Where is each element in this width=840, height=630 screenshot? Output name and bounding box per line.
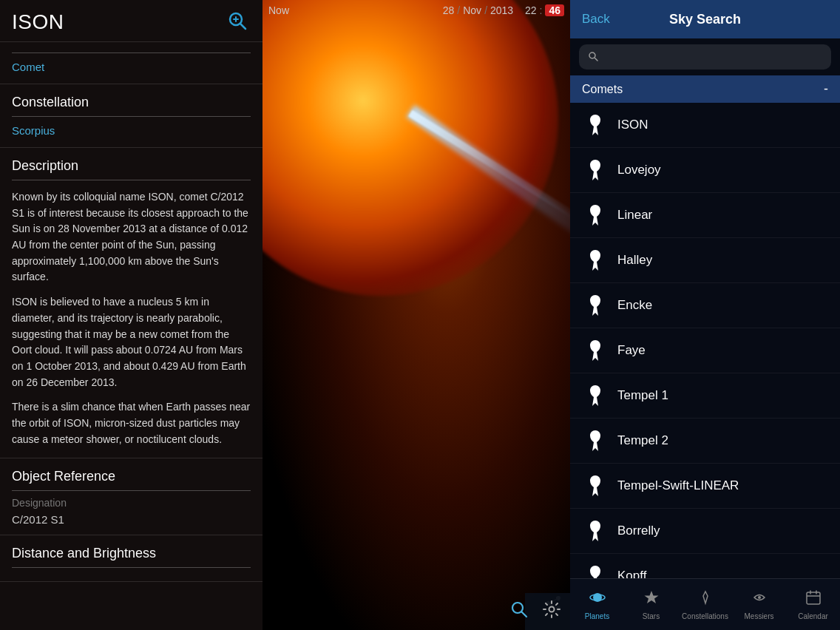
back-button[interactable]: Back	[582, 12, 610, 27]
description-text: Known by its colloquial name ISON, comet…	[12, 186, 251, 450]
nav-planets[interactable]: Planets	[570, 585, 624, 625]
comet-list: ISON Lovejoy Linear Halley	[570, 103, 840, 578]
settings-toolbar-icon[interactable]	[542, 600, 561, 623]
comet-name: Tempel-Swift-LINEAR	[617, 478, 739, 493]
bottom-nav: Planets Stars Constellations	[570, 578, 840, 630]
comet-icon	[582, 563, 609, 578]
day: 28	[443, 4, 455, 16]
category-name: Comets	[582, 83, 623, 96]
comet-name: Tempel 1	[617, 388, 668, 403]
comet-name: Tempel 2	[617, 433, 668, 448]
comet-name: Lovejoy	[617, 163, 661, 177]
time-colon: :	[540, 4, 543, 16]
nav-constellations[interactable]: Constellations	[678, 585, 732, 625]
divider5	[12, 567, 251, 568]
svg-line-5	[522, 612, 527, 617]
planets-icon	[589, 589, 606, 610]
hour: 22	[525, 4, 537, 16]
comet-icon	[582, 202, 609, 228]
nav-calendar-label: Calendar	[798, 612, 828, 620]
comet-item[interactable]: Kopff	[570, 554, 840, 578]
comet-item[interactable]: Lovejoy	[570, 148, 840, 193]
comet-item[interactable]: Tempel 2	[570, 419, 840, 464]
comet-item[interactable]: Faye	[570, 328, 840, 373]
comet-name: Borrelly	[617, 524, 660, 538]
nav-calendar[interactable]: Calendar	[786, 585, 840, 625]
svg-point-13	[758, 596, 761, 599]
comet-icon	[582, 472, 609, 499]
nav-stars-label: Stars	[643, 612, 660, 620]
left-panel: ISON Comet Constellation Scorpius Descri…	[0, 0, 262, 630]
sky-view[interactable]: Now 28 / Nov / 2013 22 : 46	[262, 0, 570, 630]
title-section: ISON	[0, 0, 262, 42]
comet-item[interactable]: Halley	[570, 238, 840, 283]
category-header[interactable]: Comets -	[570, 75, 840, 103]
object-name: ISON	[12, 10, 64, 34]
search-toolbar-icon[interactable]	[509, 600, 529, 623]
constellation-label: Constellation	[12, 95, 251, 110]
desc-para-1: Known by its colloquial name ISON, comet…	[12, 189, 251, 285]
stars-icon	[643, 589, 660, 610]
constellation-section: Constellation Scorpius	[0, 84, 262, 148]
comet-icon	[582, 112, 609, 138]
comet-item[interactable]: ISON	[570, 103, 840, 148]
comet-name: Encke	[617, 298, 652, 313]
distance-section: Distance and Brightness	[0, 535, 262, 582]
comet-item[interactable]: Encke	[570, 283, 840, 328]
messiers-icon	[751, 589, 768, 610]
comet-item[interactable]: Linear	[570, 193, 840, 238]
seconds-badge: 46	[545, 4, 564, 16]
constellations-icon	[697, 589, 714, 610]
comet-name: Halley	[617, 253, 652, 268]
category-value: Comet	[12, 59, 251, 76]
comet-item[interactable]: Tempel-Swift-LINEAR	[570, 464, 840, 509]
comet-name: Faye	[617, 343, 646, 358]
search-input[interactable]	[603, 51, 822, 64]
sep2: /	[484, 4, 487, 16]
comet-name: Linear	[617, 208, 652, 223]
svg-point-6	[549, 607, 555, 612]
svg-rect-14	[807, 592, 820, 604]
comet-icon	[582, 292, 609, 319]
divider	[12, 52, 251, 53]
constellation-value[interactable]: Scorpius	[12, 123, 251, 140]
year: 2013	[490, 4, 513, 16]
desc-para-2: ISON is believed to have a nucleus 5 km …	[12, 294, 251, 390]
now-label: Now	[268, 4, 289, 16]
comet-icon	[582, 427, 609, 454]
nav-messiers[interactable]: Messiers	[732, 585, 786, 625]
month: Nov	[463, 4, 481, 16]
divider3	[12, 180, 251, 180]
svg-line-8	[595, 58, 598, 61]
category-toggle[interactable]: -	[824, 81, 828, 97]
search-icon	[588, 51, 598, 64]
divider4	[12, 490, 251, 491]
designation-label: Designation	[12, 497, 251, 509]
svg-marker-12	[703, 592, 708, 603]
description-label: Description	[12, 158, 251, 174]
sep1: /	[457, 4, 460, 16]
comet-item[interactable]: Tempel 1	[570, 373, 840, 419]
right-header: Back Sky Search	[570, 0, 840, 38]
bottom-toolbar	[525, 593, 570, 630]
nav-stars[interactable]: Stars	[624, 585, 678, 625]
comet-item[interactable]: Borrelly	[570, 509, 840, 554]
zoom-icon[interactable]	[227, 10, 251, 34]
svg-point-7	[589, 52, 595, 58]
nav-constellations-label: Constellations	[682, 612, 728, 620]
object-reference-label: Object Reference	[12, 469, 251, 484]
right-header-inner: Back Sky Search	[582, 12, 828, 27]
nav-messiers-label: Messiers	[744, 612, 773, 620]
comet-icon	[582, 382, 609, 409]
comet-icon	[582, 157, 609, 183]
search-bar[interactable]	[579, 44, 831, 70]
comet-icon	[582, 518, 609, 544]
description-section: Description Known by its colloquial name…	[0, 148, 262, 458]
right-panel: Back Sky Search Comets - ISON	[570, 0, 840, 630]
comet-name: ISON	[617, 118, 648, 132]
category-section: Comet	[0, 42, 262, 84]
object-reference-section: Object Reference Designation C/2012 S1	[0, 458, 262, 535]
sun-graphic	[262, 0, 558, 296]
svg-line-1	[240, 24, 245, 29]
desc-para-3: There is a slim chance that when Earth p…	[12, 399, 251, 447]
